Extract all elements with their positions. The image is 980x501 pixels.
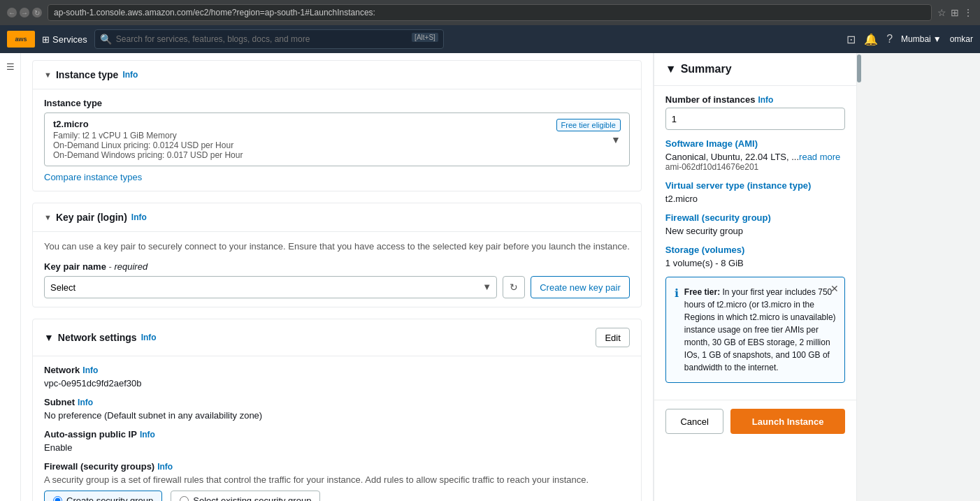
url-text: ap-south-1.console.aws.amazon.com/ec2/ho… [54,8,375,17]
search-input[interactable] [94,29,444,49]
free-tier-text: Free tier: In your first year includes 7… [684,286,836,374]
forward-button[interactable]: → [20,8,29,17]
create-sg-option[interactable]: Create security group [44,491,162,501]
browser-bar: ← → ↻ ap-south-1.console.aws.amazon.com/… [0,0,980,25]
services-menu-button[interactable]: ⊞ Services [42,34,87,45]
search-icon: 🔍 [100,34,112,45]
software-image-text: Canonical, Ubuntu, 22.04 LTS, ... [665,152,799,162]
summary-header: ▼ Summary [654,53,856,86]
bookmark-button[interactable]: ☆ [937,7,946,18]
software-image-value: Canonical, Ubuntu, 22.04 LTS, ...read mo… [665,152,845,162]
support-icon[interactable]: ⊡ [846,33,856,46]
launch-instance-button[interactable]: Launch Instance [730,409,844,434]
virtual-server-field: Virtual server type (instance type) t2.m… [665,180,845,204]
free-tier-box: ✕ ℹ Free tier: In your first year includ… [665,277,845,383]
create-sg-label: Create security group [66,495,153,501]
info-circle-icon: ℹ [675,286,679,374]
instance-right: Free tier eligible ▼ [556,119,621,145]
num-instances-field: Number of instances Info [665,94,845,130]
browser-controls: ← → ↻ [7,8,42,17]
key-pair-description: You can use a key pair to securely conne… [44,240,630,253]
refresh-button[interactable]: ↻ [32,8,42,17]
compare-instance-types-link[interactable]: Compare instance types [44,172,142,182]
network-settings-title: ▼ Network settings Info [44,332,596,343]
back-button[interactable]: ← [7,8,17,17]
subnet-value: No preference (Default subnet in any ava… [44,410,630,421]
instance-type-header: ▼ Instance type Info [33,61,641,89]
sidebar-toggle[interactable]: ☰ [0,53,21,501]
hamburger-icon: ☰ [6,61,15,72]
network-settings-edit-button[interactable]: Edit [596,328,629,347]
num-instances-label: Number of instances Info [665,94,845,105]
auto-assign-label: Auto-assign public IP Info [44,429,630,440]
firewall-form-group: Firewall (security groups) Info A securi… [44,461,630,501]
summary-body: Number of instances Info Software Image … [654,86,856,400]
storage-field: Storage (volumes) 1 volume(s) - 8 GiB [665,245,845,268]
cancel-button[interactable]: Cancel [665,409,724,434]
instance-type-info-link[interactable]: Info [122,70,138,80]
select-sg-label: Select existing security group [193,495,311,501]
num-instances-input[interactable] [665,108,845,130]
subnet-info-link[interactable]: Info [78,398,93,407]
software-image-field: Software Image (AMI) Canonical, Ubuntu, … [665,138,845,172]
free-tier-close-button[interactable]: ✕ [830,283,839,294]
network-label: Network Info [44,365,630,375]
firewall-info-link[interactable]: Info [157,462,173,472]
nav-icons: ⊡ 🔔 ? Mumbai ▼ omkar [846,33,973,46]
auto-assign-info-link[interactable]: Info [140,430,155,440]
instance-pricing-linux: On-Demand Linux pricing: 0.0124 USD per … [53,140,243,150]
key-pair-select-wrapper: Select ▼ [44,276,497,298]
scroll-indicator [856,53,862,501]
select-sg-radio[interactable] [180,496,189,501]
summary-firewall-field: Firewall (security group) New security g… [665,212,845,236]
region-selector[interactable]: Mumbai ▼ [901,34,942,44]
summary-title: Summary [681,63,732,75]
key-pair-info-link[interactable]: Info [131,212,147,222]
virtual-server-label: Virtual server type (instance type) [665,180,845,191]
subnet-form-group: Subnet Info No preference (Default subne… [44,397,630,421]
network-settings-title-text: Network settings [58,332,137,343]
instance-family: Family: t2 1 vCPU 1 GiB Memory [53,131,243,140]
instance-type-selector[interactable]: t2.micro Family: t2 1 vCPU 1 GiB Memory … [44,112,630,166]
browser-url[interactable]: ap-south-1.console.aws.amazon.com/ec2/ho… [48,4,932,21]
select-sg-option[interactable]: Select existing security group [171,491,320,501]
subnet-label: Subnet Info [44,397,630,407]
summary-actions: Cancel Launch Instance [654,400,856,442]
software-image-label: Software Image (AMI) [665,138,845,149]
toggle-icon: ▼ [44,71,52,79]
page-content: ▼ Instance type Info Instance type t2.mi… [21,53,862,501]
extensions-button[interactable]: ⊞ [951,7,959,18]
free-tier-box-header: ℹ Free tier: In your first year includes… [675,286,836,374]
create-sg-radio[interactable] [53,496,62,501]
read-more-link[interactable]: read more [799,152,840,162]
instance-name: t2.micro [53,119,243,129]
summary-toggle-icon: ▼ [665,63,677,75]
create-key-pair-button[interactable]: Create new key pair [531,276,630,298]
key-pair-select[interactable]: Select [44,276,497,298]
refresh-button[interactable]: ↻ [503,276,525,298]
menu-button[interactable]: ⋮ [963,7,973,18]
aws-search-container: 🔍 [Alt+S] [94,29,444,49]
summary-firewall-value: New security group [665,226,845,236]
security-group-radio-group: Create security group Select existing se… [44,491,630,501]
aws-logo[interactable]: aws [7,31,35,48]
auto-assign-value: Enable [44,442,630,453]
network-settings-info-link[interactable]: Info [141,333,157,342]
network-settings-header: ▼ Network settings Info Edit [33,319,641,356]
user-label: omkar [950,34,973,44]
instance-info: t2.micro Family: t2 1 vCPU 1 GiB Memory … [53,119,243,160]
toggle-icon: ▼ [44,213,52,222]
network-form-group: Network Info vpc-0e951dc9fd2aef30b [44,365,630,389]
right-panel: ▼ Summary Number of instances Info Softw… [654,53,856,501]
main-layout: ☰ ▼ Instance type Info Instance type t2.… [0,53,980,501]
key-pair-title: Key pair (login) [56,212,127,223]
browser-actions: ☆ ⊞ ⋮ [937,7,973,18]
instance-type-title: Instance type [56,69,118,80]
num-instances-info-link[interactable]: Info [758,95,773,105]
storage-label: Storage (volumes) [665,245,845,255]
summary-firewall-label: Firewall (security group) [665,212,845,223]
network-info-link[interactable]: Info [82,365,98,375]
user-menu[interactable]: omkar [950,34,973,44]
bell-icon[interactable]: 🔔 [864,33,878,46]
help-icon[interactable]: ? [886,33,893,45]
